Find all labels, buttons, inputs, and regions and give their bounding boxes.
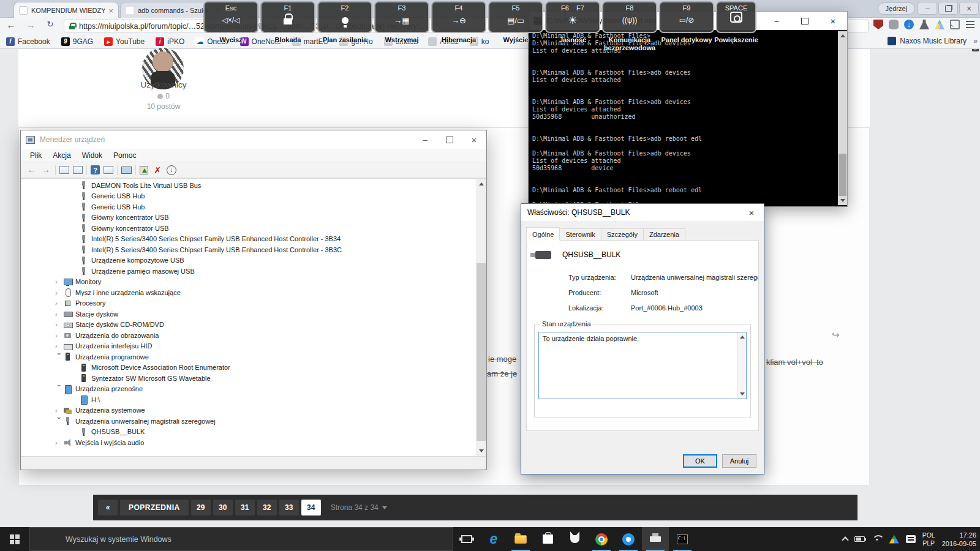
dialog-tab[interactable]: Ogólne — [526, 227, 560, 241]
expand-arrow-icon[interactable] — [55, 310, 64, 318]
pagination-page-button[interactable]: 29 — [191, 500, 211, 515]
bookmark[interactable]: iPKO — [156, 37, 184, 46]
pagination-page-button[interactable]: 32 — [257, 500, 277, 515]
device-tree-item[interactable]: Monitory — [21, 277, 476, 288]
scrollbar-thumb[interactable] — [477, 263, 486, 441]
dm-maximize-button[interactable] — [437, 130, 462, 149]
menu-item[interactable]: Plik — [24, 151, 47, 160]
device-tree-item[interactable]: Stacje dysków CD-ROM/DVD — [21, 320, 476, 331]
device-tree-item[interactable]: Stacje dysków — [21, 309, 476, 320]
pagination-status-dropdown[interactable]: Strona 34 z 34 — [331, 503, 387, 512]
dialog-tab[interactable]: Szczegóły — [601, 228, 644, 241]
cmd-close-button[interactable] — [819, 12, 847, 30]
dialog-title-bar[interactable]: Właściwości: QHSUSB__BULK — [521, 204, 764, 221]
expand-arrow-icon[interactable] — [55, 384, 64, 393]
daemon-tools-icon[interactable] — [561, 527, 588, 551]
cmd-minimize-button[interactable] — [763, 12, 791, 30]
expand-arrow-icon[interactable] — [55, 331, 64, 340]
device-tree-item[interactable]: Urządzenia uniwersalnej magistrali szere… — [21, 416, 476, 427]
chrome-icon[interactable] — [588, 527, 615, 551]
toolbar-action-pane-icon[interactable] — [104, 166, 113, 174]
cast-icon[interactable] — [950, 20, 960, 29]
cancel-button[interactable]: Anuluj — [722, 454, 756, 468]
toolbar-forward-icon[interactable]: → — [40, 165, 51, 176]
device-tree-item[interactable]: Urządzenie pamięci masowej USB — [21, 266, 476, 277]
toolbar-back-icon[interactable]: ← — [26, 165, 37, 176]
forward-icon[interactable]: → — [24, 20, 37, 32]
cmd-scrollbar[interactable] — [838, 31, 847, 205]
taskbar-search-input[interactable]: Wyszukaj w systemie Windows — [29, 527, 453, 551]
browser-close-button[interactable] — [959, 2, 979, 15]
notification-center-icon[interactable] — [906, 535, 916, 543]
browser-tab[interactable]: KOMPENDIUM WIEDZY RE — [13, 2, 119, 18]
battery-icon[interactable] — [854, 536, 865, 542]
pagination-page-button[interactable]: 30 — [213, 500, 233, 515]
bookmark[interactable]: 9GAG — [61, 37, 93, 46]
pagination-first-button[interactable]: « — [98, 500, 118, 515]
extension-icon[interactable] — [889, 20, 899, 29]
device-tree-item[interactable]: QHSUSB__BULK — [21, 427, 476, 438]
scrollbar-thumb[interactable] — [839, 154, 846, 197]
device-tree-item[interactable]: Syntezator SW Microsoft GS Wavetable — [21, 373, 476, 384]
pagination-page-button[interactable]: 31 — [235, 500, 255, 515]
https-lock-icon[interactable] — [69, 23, 75, 29]
clock[interactable]: 17:26 2016-09-05 — [942, 531, 976, 548]
expand-arrow-icon[interactable] — [55, 438, 64, 447]
pagination-page-button[interactable]: 34 — [301, 500, 321, 515]
bookmark[interactable]: YouTube — [104, 37, 145, 46]
toolbar-uninstall-icon[interactable]: ✗ — [152, 165, 163, 176]
dialog-tab[interactable]: Zdarzenia — [643, 228, 685, 241]
scroll-down-icon[interactable] — [838, 196, 847, 205]
device-tree-item[interactable]: Urządzenia programowe — [21, 351, 476, 362]
device-manager-title-bar[interactable]: Menedżer urządzeń — [21, 130, 486, 149]
scroll-up-icon[interactable] — [476, 179, 486, 189]
device-manager-taskbar-icon[interactable] — [642, 527, 669, 551]
menu-item[interactable]: Widok — [77, 151, 108, 160]
drive-extension-icon[interactable] — [935, 20, 944, 29]
dm-minimize-button[interactable] — [413, 130, 437, 149]
device-tree-item[interactable]: Mysz i inne urządzenia wskazujące — [21, 287, 476, 298]
file-explorer-icon[interactable] — [507, 527, 534, 551]
google-drive-tray-icon[interactable] — [889, 535, 899, 544]
windows-store-icon[interactable] — [534, 527, 561, 551]
toolbar-help-icon[interactable]: ? — [91, 165, 100, 174]
menu-item[interactable]: Akcja — [47, 151, 76, 160]
device-status-textarea[interactable]: To urządzenie działa poprawnie. — [538, 332, 747, 399]
expand-arrow-icon[interactable] — [55, 406, 64, 414]
cmd-taskbar-icon[interactable] — [669, 527, 696, 551]
scroll-up-icon[interactable] — [838, 31, 847, 40]
expand-arrow-icon[interactable] — [55, 320, 64, 329]
device-tree-scrollbar[interactable] — [476, 179, 486, 456]
toolbar-show-console-icon[interactable] — [59, 166, 69, 174]
dialog-close-button[interactable] — [739, 204, 764, 221]
back-icon[interactable]: ← — [5, 20, 17, 32]
expand-arrow-icon[interactable] — [55, 353, 64, 361]
toolbar-properties-icon[interactable] — [73, 166, 83, 174]
device-tree-item[interactable]: Urządzenia przenośne — [21, 384, 476, 395]
browser-profile-button[interactable]: Jędrzej — [878, 2, 915, 15]
device-tree-item[interactable]: Główny koncentrator USB — [21, 212, 476, 223]
device-tree-item[interactable]: Intel(R) 5 Series/3400 Series Chipset Fa… — [21, 244, 476, 255]
share-icon[interactable]: ↪ — [832, 329, 840, 340]
device-tree-item[interactable]: Generic USB Hub — [21, 191, 476, 202]
toolbar-computer-icon[interactable] — [121, 167, 132, 174]
device-tree-item[interactable]: Urządzenia interfejsu HID — [21, 341, 476, 352]
expand-arrow-icon[interactable] — [55, 299, 64, 307]
pagination-prev-button[interactable]: POPRZEDNIA — [120, 500, 189, 515]
download-extension-icon[interactable] — [904, 20, 914, 29]
hidden-icons-chevron[interactable] — [842, 536, 848, 543]
device-tree-item[interactable]: Główny koncentrator USB — [21, 223, 476, 234]
cmd-console[interactable]: D:\Minimal ADB & Fastboot Files> D:\Mini… — [529, 30, 847, 206]
browser-menu-icon[interactable] — [965, 20, 975, 29]
dm-close-button[interactable] — [462, 130, 486, 149]
device-tree-item[interactable]: Urządzenia do obrazowania — [21, 330, 476, 341]
device-tree-item[interactable]: Generic USB Hub — [21, 201, 476, 212]
scroll-down-icon[interactable] — [738, 390, 746, 398]
cmd-maximize-button[interactable] — [791, 12, 819, 30]
device-tree-item[interactable]: Urządzenia systemowe — [21, 405, 476, 416]
start-button[interactable] — [0, 527, 29, 551]
edge-icon[interactable]: e — [480, 527, 507, 551]
device-tree-item[interactable]: DAEMON Tools Lite Virtual USB Bus — [21, 180, 476, 191]
pagination-page-button[interactable]: 33 — [279, 500, 299, 515]
blue-app-icon[interactable] — [615, 527, 642, 551]
